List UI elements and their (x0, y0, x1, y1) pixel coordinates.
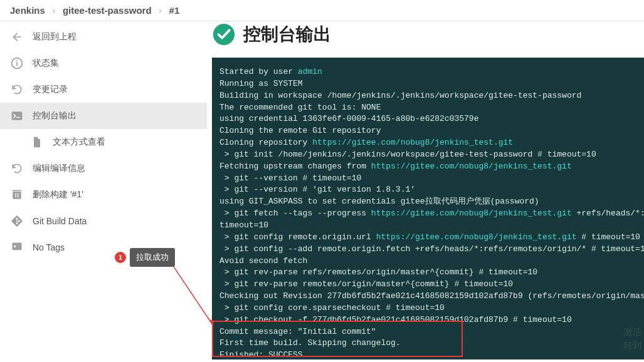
svg-rect-6 (18, 194, 18, 198)
sidebar-item-label: Git Build Data (33, 216, 87, 226)
arrow-left-icon (10, 30, 24, 44)
breadcrumb-root[interactable]: Jenkins (10, 5, 45, 16)
sidebar-item-0[interactable]: 返回到上程 (0, 24, 207, 50)
info-icon (10, 56, 24, 70)
sidebar-item-2[interactable]: 变更记录 (0, 76, 207, 103)
svg-rect-1 (16, 62, 18, 66)
annotation-callout: 1 拉取成功 (115, 248, 175, 267)
breadcrumb-project[interactable]: gitee-test-password (63, 5, 152, 16)
svg-rect-3 (12, 111, 23, 120)
sidebar-item-label: No Tags (33, 242, 65, 252)
svg-rect-2 (16, 60, 18, 61)
chevron-right-icon: › (53, 6, 55, 15)
sidebar-item-label: 删除构建 '#1' (33, 189, 83, 200)
svg-rect-4 (13, 192, 21, 199)
svg-rect-7 (13, 190, 22, 192)
chevron-right-icon: › (159, 6, 162, 15)
sidebar-item-label: 文本方式查看 (53, 137, 105, 148)
file-icon (30, 135, 44, 149)
highlight-box (212, 321, 463, 357)
sidebar-item-3[interactable]: 控制台输出 (0, 103, 207, 129)
success-check-icon (212, 23, 236, 46)
breadcrumb: Jenkins › gitee-test-password › #1 (0, 0, 644, 21)
sidebar-item-6[interactable]: 删除构建 '#1' (0, 182, 207, 208)
svg-rect-5 (16, 194, 16, 198)
watermark: 激活 转到 (624, 326, 641, 352)
delete-icon (10, 188, 24, 202)
console-user-link[interactable]: admin (298, 67, 322, 76)
page-title: 控制台输出 (243, 23, 331, 46)
sidebar-item-4[interactable]: 文本方式查看 (0, 129, 207, 155)
content-area: 控制台输出 Started by user admin Running as S… (207, 21, 644, 359)
sidebar: 返回到上程状态集变更记录控制台输出文本方式查看编辑编译信息删除构建 '#1'Gi… (0, 21, 207, 359)
sidebar-item-label: 控制台输出 (33, 110, 77, 122)
svg-rect-11 (13, 243, 22, 251)
sidebar-item-8[interactable]: No Tags (0, 234, 207, 261)
console-output: Started by user admin Running as SYSTEM … (212, 58, 644, 359)
sidebar-item-7[interactable]: Git Build Data (0, 208, 207, 234)
git-icon (10, 214, 24, 228)
sidebar-item-5[interactable]: 编辑编译信息 (0, 155, 207, 182)
page-title-row: 控制台输出 (212, 23, 644, 46)
breadcrumb-build[interactable]: #1 (169, 5, 180, 16)
annotation-badge: 1 (115, 252, 126, 263)
refresh-edit-icon (10, 162, 24, 175)
annotation-text: 拉取成功 (130, 248, 175, 267)
sidebar-item-1[interactable]: 状态集 (0, 50, 207, 76)
sidebar-item-label: 返回到上程 (33, 31, 77, 43)
tag-icon (10, 240, 24, 254)
refresh-icon (10, 83, 24, 96)
svg-point-12 (14, 246, 16, 247)
terminal-icon (10, 109, 24, 123)
sidebar-item-label: 状态集 (33, 58, 59, 69)
sidebar-item-label: 变更记录 (33, 84, 68, 95)
sidebar-item-label: 编辑编译信息 (33, 163, 85, 174)
